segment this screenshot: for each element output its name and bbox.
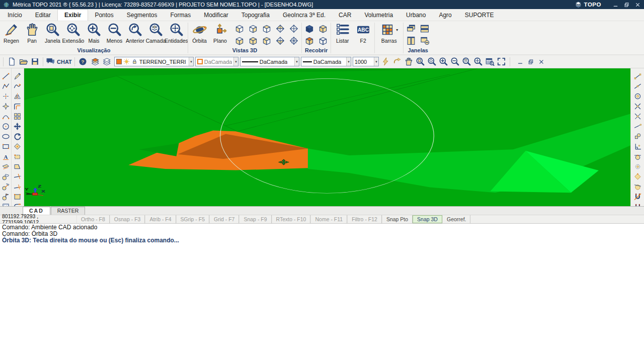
menu-suporte[interactable]: SUPORTE bbox=[458, 9, 501, 21]
save-button[interactable] bbox=[29, 56, 40, 67]
menu-geoincra-3-ed[interactable]: GeoIncra 3ª Ed. bbox=[276, 9, 332, 21]
tool-rectangle-button[interactable] bbox=[1, 142, 11, 151]
tool-circle-button[interactable] bbox=[1, 122, 11, 131]
status-atrib-f4-button[interactable]: Atrib - F4 bbox=[145, 215, 176, 223]
tool-point-style-button[interactable] bbox=[1, 102, 11, 111]
tool-point-label-button[interactable] bbox=[1, 172, 11, 182]
chevron-down-icon[interactable]: ▾ bbox=[294, 57, 299, 66]
tool-snap-perpendicular-button[interactable] bbox=[633, 142, 642, 151]
menu-inicio[interactable]: Início bbox=[1, 9, 29, 21]
tool-scale-button[interactable] bbox=[13, 142, 22, 151]
lineweight-combo[interactable]: DaCamada ▾ bbox=[301, 57, 351, 66]
tool-offset-button[interactable] bbox=[13, 102, 22, 111]
menu-volumetria[interactable]: Volumetria bbox=[358, 9, 399, 21]
ribbon-extensao-button[interactable]: Extensão bbox=[63, 22, 84, 44]
tool-trim-button[interactable] bbox=[13, 172, 22, 182]
tool-rotate-button[interactable] bbox=[13, 132, 22, 141]
ribbon-listar-button[interactable]: Listar bbox=[332, 22, 353, 44]
ribbon-anterior-button[interactable]: Anterior bbox=[125, 22, 145, 44]
layers-gold-button[interactable] bbox=[90, 56, 101, 67]
menu-modificar[interactable]: Modificar bbox=[197, 9, 235, 21]
zoom-window-button[interactable] bbox=[415, 56, 426, 67]
tool-line-button[interactable] bbox=[1, 71, 11, 81]
ribbon-menos-button[interactable]: Menos bbox=[104, 22, 125, 44]
tool-snap-none-button[interactable] bbox=[633, 192, 642, 202]
win-restore-icon[interactable] bbox=[623, 2, 630, 8]
win-minimize-icon[interactable] bbox=[612, 2, 619, 8]
folder-open-button[interactable] bbox=[18, 56, 29, 67]
tool-arc-button[interactable] bbox=[1, 112, 11, 121]
cube-wire-button[interactable] bbox=[316, 35, 330, 47]
chevron-down-icon[interactable]: ▾ bbox=[346, 57, 351, 66]
tool-snap-quadrant-button[interactable] bbox=[633, 172, 642, 182]
ribbon-orbita-button[interactable]: Órbita bbox=[189, 22, 210, 44]
tool-stretch-button[interactable] bbox=[13, 152, 22, 161]
view-left-button[interactable] bbox=[233, 23, 246, 35]
tool-label-tag-button[interactable] bbox=[1, 162, 11, 171]
status-georref-button[interactable]: Georref. bbox=[442, 215, 471, 223]
file-new-button[interactable] bbox=[6, 56, 17, 67]
ribbon-camada-button[interactable]: Camada bbox=[145, 22, 166, 44]
win-restore-button[interactable] bbox=[527, 58, 534, 65]
cube-terrain-button[interactable] bbox=[303, 35, 316, 47]
ribbon-plano-button[interactable]: Plano bbox=[210, 22, 230, 44]
view-solid-button[interactable] bbox=[247, 35, 260, 47]
tool-point-button[interactable] bbox=[1, 92, 11, 101]
cube-solid-button[interactable] bbox=[303, 23, 316, 35]
zoom-entities-button[interactable] bbox=[473, 56, 484, 67]
tool-region-button[interactable] bbox=[13, 192, 22, 202]
iso-gold-button[interactable] bbox=[274, 35, 287, 47]
iso-top-button[interactable] bbox=[274, 23, 287, 35]
viewport-3d[interactable]: Z X Y bbox=[24, 68, 630, 206]
tool-snap-tangent-button[interactable] bbox=[633, 152, 642, 161]
status-osnap-f3-button[interactable]: Osnap - F3 bbox=[110, 215, 145, 223]
view-front-button[interactable] bbox=[247, 23, 260, 35]
command-console[interactable]: Comando: Ambiente CAD acionadoComando: Ó… bbox=[0, 223, 644, 362]
tool-snap-apparent-intersection-button[interactable] bbox=[633, 112, 642, 121]
status-nome-f11-button[interactable]: Nome - F11 bbox=[310, 215, 347, 223]
tool-lengthen-button[interactable] bbox=[13, 182, 22, 192]
cube-shaded-button[interactable] bbox=[316, 23, 330, 35]
tool-snap-midpoint-button[interactable] bbox=[633, 81, 642, 91]
tool-point-label-line-button[interactable] bbox=[1, 182, 11, 192]
menu-car[interactable]: CAR bbox=[332, 9, 358, 21]
menu-segmentos[interactable]: Segmentos bbox=[120, 9, 164, 21]
zoom-layer-button[interactable] bbox=[461, 56, 472, 67]
zoom-extent-button[interactable] bbox=[427, 56, 438, 67]
ribbon-f2-button[interactable]: ABCF2 bbox=[353, 22, 373, 44]
menu-formas[interactable]: Formas bbox=[164, 9, 197, 21]
tool-snap-center-button[interactable] bbox=[633, 92, 642, 101]
chevron-down-icon[interactable]: ▾ bbox=[233, 57, 238, 66]
win-minimize-button[interactable] bbox=[517, 58, 524, 65]
tool-array-button[interactable] bbox=[13, 112, 22, 121]
table-zoom-button[interactable] bbox=[485, 56, 496, 67]
tool-point-label-flag-button[interactable] bbox=[1, 192, 11, 202]
win-tile-v-button[interactable] bbox=[405, 35, 418, 47]
tool-snap-intersection-button[interactable] bbox=[633, 102, 642, 111]
view-bottom-button[interactable] bbox=[233, 35, 246, 47]
tool-polyline-edit-button[interactable] bbox=[13, 81, 22, 91]
tool-mirror-button[interactable] bbox=[13, 92, 22, 101]
status-rtexto-f10-button[interactable]: RTexto - F10 bbox=[272, 215, 311, 223]
ribbon-pan-button[interactable]: Pan bbox=[22, 22, 42, 44]
menu-exibir[interactable]: Exibir bbox=[57, 9, 88, 21]
tool-snap-insertion-button[interactable] bbox=[633, 132, 642, 141]
tool-snap-nearest-button[interactable] bbox=[633, 182, 642, 192]
layers-plain-button[interactable] bbox=[102, 56, 113, 67]
layer-combo[interactable]: TERRENO_TERRI ▾ bbox=[114, 57, 194, 66]
redo-button[interactable] bbox=[392, 56, 403, 67]
iso-wire-button[interactable] bbox=[287, 23, 300, 35]
status-grid-f7-button[interactable]: Grid - F7 bbox=[209, 215, 239, 223]
status-sgrip-f5-button[interactable]: SGrip - F5 bbox=[176, 215, 209, 223]
tool-move-button[interactable] bbox=[13, 122, 22, 131]
terrain-3d-view[interactable]: Z X Y bbox=[24, 68, 630, 206]
tool-ellipse-button[interactable] bbox=[1, 132, 11, 141]
view-right-button[interactable] bbox=[260, 35, 273, 47]
view-top-button[interactable] bbox=[260, 23, 273, 35]
win-close-x-button[interactable] bbox=[538, 58, 545, 65]
iso-wire2-button[interactable] bbox=[287, 35, 300, 47]
hand-button[interactable] bbox=[404, 56, 415, 67]
scale-combo[interactable]: 1000 ▾ bbox=[353, 57, 379, 66]
menu-urbano[interactable]: Urbano bbox=[399, 9, 432, 21]
tool-polyline-button[interactable] bbox=[1, 81, 11, 91]
